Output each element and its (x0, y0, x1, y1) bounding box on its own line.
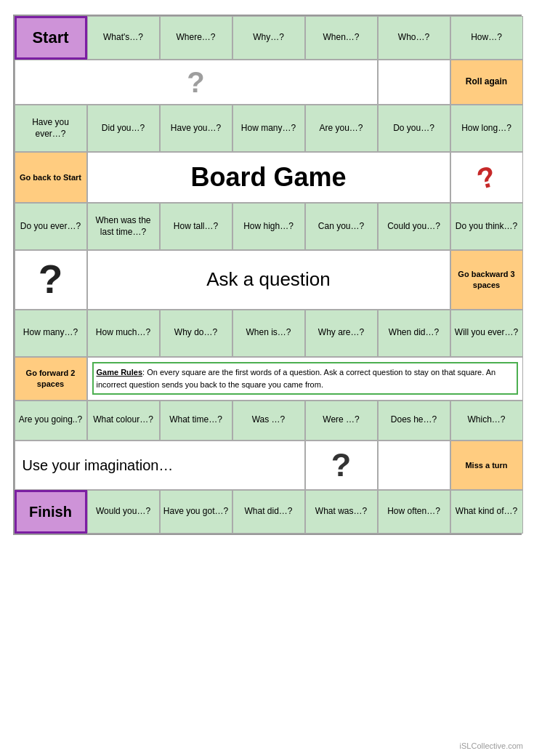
cell-go-back: Go back to Start (15, 152, 87, 203)
cell-red-question: ? (450, 152, 523, 203)
rules-title: Game Rules (97, 368, 143, 377)
cell-how-much: How much…? (87, 310, 160, 357)
row-11: Finish Would you…? Have you got…? What d… (15, 490, 520, 534)
cell-who: Who…? (378, 16, 450, 60)
cell-whats: What's…? (87, 16, 160, 60)
go-backward-label: Go backward 3 spaces (453, 269, 520, 290)
row-10: Use your imagination… ? Miss a turn (15, 441, 520, 491)
row-7: How many…? How much…? Why do…? When is…?… (15, 310, 520, 357)
cell-empty-2 (378, 60, 450, 105)
miss-turn-label: Miss a turn (465, 460, 507, 470)
cell-when: When…? (305, 16, 378, 60)
cell-when-was: When was the last time…? (87, 203, 160, 250)
board-game-title: Board Game (190, 161, 346, 195)
row-2: ? Roll again (15, 60, 520, 105)
cell-was: Was …? (232, 401, 305, 441)
watermark: iSLCollective.com (460, 741, 523, 750)
cell-big-question: ? (15, 250, 87, 310)
row-5: Do you ever…? When was the last time…? H… (15, 203, 520, 250)
cell-are-you-going: Are you going..? (15, 401, 87, 441)
cell-what-colour: What colour…? (87, 401, 160, 441)
cell-where: Where…? (160, 16, 232, 60)
go-forward-label: Go forward 2 spaces (17, 368, 84, 389)
game-board: Start What's…? Where…? Why…? When…? Who…… (13, 15, 522, 535)
cell-did-you: Did you…? (87, 105, 160, 152)
cell-how-long: How long…? (450, 105, 523, 152)
cell-have-you: Have you…? (160, 105, 232, 152)
cell-which: Which…? (450, 401, 523, 441)
cell-go-backward: Go backward 3 spaces (450, 250, 523, 310)
grey-question-icon: ? (187, 63, 204, 101)
cell-why-are: Why are…? (305, 310, 378, 357)
cell-imagination: Use your imagination… (15, 441, 305, 491)
cell-why: Why…? (232, 16, 305, 60)
row-4: Go back to Start Board Game ? (15, 152, 520, 203)
cell-how-tall: How tall…? (160, 203, 232, 250)
rules-text: On every square are the first words of a… (97, 368, 496, 389)
cell-can-you: Can you…? (305, 203, 378, 250)
imagination-label: Use your imagination… (23, 456, 174, 475)
cell-have-you-ever: Have you ever…? (15, 105, 87, 152)
cell-board-game-title: Board Game (87, 152, 450, 203)
row-8: Go forward 2 spaces Game Rules: On every… (15, 357, 520, 401)
row-6: ? Ask a question Go backward 3 spaces (15, 250, 520, 310)
cell-go-forward: Go forward 2 spaces (15, 357, 87, 401)
cell-why-do: Why do…? (160, 310, 232, 357)
start-cell: Start (15, 16, 87, 60)
big-question-icon: ? (39, 254, 63, 306)
cell-were: Were …? (305, 401, 378, 441)
cell-when-is: When is…? (232, 310, 305, 357)
finish-cell: Finish (15, 490, 87, 534)
go-back-label: Go back to Start (20, 172, 81, 182)
cell-will-you: Will you ever…? (450, 310, 523, 357)
cell-what-kind: What kind of…? (450, 490, 523, 534)
red-question-icon: ? (473, 157, 500, 198)
cell-how: How…? (450, 16, 523, 60)
start-label: Start (32, 28, 68, 49)
cell-roll-again: Roll again (450, 60, 523, 105)
cell-have-you-got: Have you got…? (160, 490, 232, 534)
cell-ask-question: Ask a question (87, 250, 450, 310)
cell-game-rules: Game Rules: On every square are the firs… (87, 357, 523, 401)
cell-do-you-ever: Do you ever…? (15, 203, 87, 250)
cell-do-you-think: Do you think…? (450, 203, 523, 250)
row-1: Start What's…? Where…? Why…? When…? Who…… (15, 16, 520, 60)
cell-what-did: What did…? (232, 490, 305, 534)
cell-when-did: When did…? (378, 310, 450, 357)
cell-miss-turn: Miss a turn (450, 441, 523, 491)
cell-how-often: How often…? (378, 490, 450, 534)
cell-what-time: What time…? (160, 401, 232, 441)
large-question-icon: ? (331, 444, 352, 487)
ask-question-label: Ask a question (206, 268, 331, 292)
cell-how-many: How many…? (232, 105, 305, 152)
rules-box: Game Rules: On every square are the firs… (92, 362, 518, 395)
cell-how-many2: How many…? (15, 310, 87, 357)
cell-does-he: Does he…? (378, 401, 450, 441)
cell-large-question: ? (305, 441, 378, 491)
cell-could-you: Could you…? (378, 203, 450, 250)
row-3: Have you ever…? Did you…? Have you…? How… (15, 105, 520, 152)
row-9: Are you going..? What colour…? What time… (15, 401, 520, 441)
finish-label: Finish (29, 502, 72, 521)
roll-again-label: Roll again (466, 76, 507, 88)
cell-do-you: Do you…? (378, 105, 450, 152)
cell-would-you: Would you…? (87, 490, 160, 534)
cell-are-you: Are you…? (305, 105, 378, 152)
cell-what-was: What was…? (305, 490, 378, 534)
cell-empty-row10 (378, 441, 450, 491)
cell-empty-1: ? (15, 60, 378, 105)
cell-how-high: How high…? (232, 203, 305, 250)
